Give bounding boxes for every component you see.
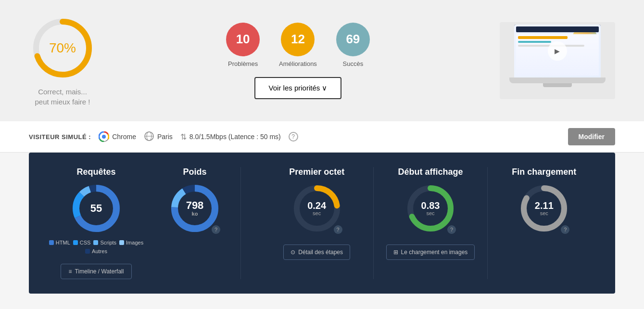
legend-html: HTML <box>49 240 70 245</box>
weight-help[interactable]: ? <box>212 225 220 234</box>
improvements-circle: 12 <box>281 23 315 56</box>
legend-css: CSS <box>73 240 91 245</box>
priorities-button[interactable]: Voir les priorités ∨ <box>254 77 342 99</box>
first-render-title: Début affichage <box>398 167 463 177</box>
problems-circle: 10 <box>226 23 260 56</box>
full-load-value: 2.11 sec <box>535 201 554 216</box>
first-render-help[interactable]: ? <box>447 225 456 234</box>
requests-legend: HTML CSS Scripts Images Autres <box>43 240 149 254</box>
first-render-donut: 0.83 sec ? <box>404 182 457 235</box>
visitor-label: VISITEUR SIMULÉ : <box>29 133 91 141</box>
chrome-icon <box>99 131 109 142</box>
help-icon[interactable]: ? <box>289 132 298 142</box>
requests-center: 55 <box>90 203 102 214</box>
laptop-screen: ▶ <box>514 25 601 77</box>
legend-images: Images <box>119 240 143 245</box>
requests-col: Requêtes 55 HTML CSS <box>43 167 149 279</box>
speed-item: ⇅ 8.0/1.5Mbps (Latence : 50 ms) <box>180 132 281 142</box>
visitor-info: VISITEUR SIMULÉ : Chrome <box>29 131 298 143</box>
first-render-col: Début affichage 0.83 sec ? ⊞ Le chargeme… <box>374 167 487 279</box>
browser-item: Chrome <box>99 131 136 142</box>
success-circle: 69 <box>336 23 370 56</box>
first-byte-title: Premier octet <box>289 167 344 177</box>
first-byte-donut: 0.24 sec ? <box>290 182 343 235</box>
modify-button[interactable]: Modifier <box>568 128 615 145</box>
location-item: Paris <box>144 131 173 143</box>
first-byte-help[interactable]: ? <box>334 225 342 234</box>
improvements-label: Améliorations <box>279 60 317 67</box>
score-label: Correct, mais... peut mieux faire ! <box>35 87 90 107</box>
badge-problems: 10 Problèmes <box>226 23 260 67</box>
legend-autres: Autres <box>85 248 107 254</box>
full-load-title: Fin chargement <box>512 167 576 177</box>
stats-left: Requêtes 55 HTML CSS <box>43 167 241 279</box>
weight-center: 798 ko <box>186 200 204 217</box>
website-screenshot: ▶ <box>500 22 615 99</box>
location-label: Paris <box>157 133 173 141</box>
badges-row: 10 Problèmes 12 Améliorations 69 Succès <box>226 23 370 67</box>
problems-label: Problèmes <box>228 60 258 67</box>
first-render-value: 0.83 sec <box>421 201 440 216</box>
requests-donut: 55 <box>70 182 123 235</box>
speed-label: 8.0/1.5Mbps (Latence : 50 ms) <box>189 133 281 141</box>
waterfall-button[interactable]: ≡ Timeline / Waterfall <box>61 264 132 279</box>
full-load-donut: 2.11 sec ? <box>518 182 570 235</box>
svg-point-3 <box>102 135 106 139</box>
clock-icon: ⊙ <box>290 249 295 256</box>
visitor-bar: VISITEUR SIMULÉ : Chrome <box>0 121 644 153</box>
laptop-mock: ▶ <box>505 25 610 97</box>
help-item[interactable]: ? <box>289 132 298 142</box>
speed-icon: ⇅ <box>180 132 187 142</box>
badge-success: 69 Succès <box>336 23 370 67</box>
weight-title: Poids <box>183 167 206 177</box>
weight-donut: 798 ko ? <box>168 182 221 235</box>
browser-label: Chrome <box>112 133 136 141</box>
full-load-col: Fin chargement 2.11 sec ? <box>488 167 601 279</box>
stats-right: Premier octet 0.24 sec ? ⊙ Détail des ét… <box>241 167 601 279</box>
first-byte-value: 0.24 sec <box>307 201 326 216</box>
first-byte-detail-button[interactable]: ⊙ Détail des étapes <box>283 245 350 260</box>
score-donut: 70% <box>29 14 96 82</box>
score-area: 70% Correct, mais... peut mieux faire ! <box>29 14 96 107</box>
score-value: 70% <box>49 40 76 56</box>
laptop-base <box>509 77 606 83</box>
weight-col: Poids 798 ko ? <box>168 167 221 279</box>
laptop-stand <box>543 83 572 87</box>
first-byte-col: Premier octet 0.24 sec ? ⊙ Détail des ét… <box>260 167 374 279</box>
requests-title: Requêtes <box>76 167 115 177</box>
success-label: Succès <box>343 60 364 67</box>
image-icon: ⊞ <box>393 249 398 256</box>
badge-improvements: 12 Améliorations <box>279 23 317 67</box>
first-render-detail-button[interactable]: ⊞ Le chargement en images <box>386 245 475 260</box>
waterfall-icon: ≡ <box>69 268 72 275</box>
play-button[interactable]: ▶ <box>548 41 567 61</box>
metrics-area: 10 Problèmes 12 Améliorations 69 Succès … <box>226 23 370 99</box>
legend-scripts: Scripts <box>93 240 116 245</box>
globe-icon <box>144 131 154 143</box>
stats-panel: Requêtes 55 HTML CSS <box>29 153 615 294</box>
